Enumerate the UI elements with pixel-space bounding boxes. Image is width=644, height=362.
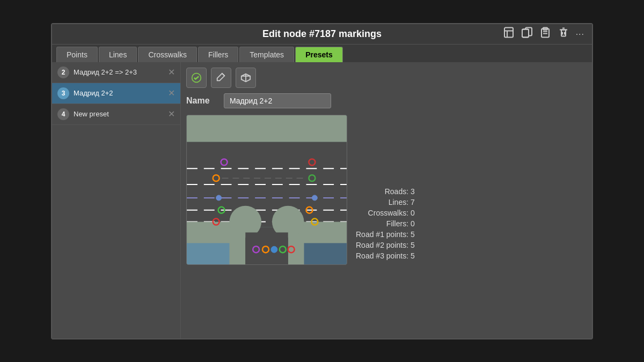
svg-point-49 [271, 246, 277, 253]
svg-rect-33 [245, 232, 288, 264]
trash-icon[interactable] [557, 26, 570, 42]
stat-road3: Road #3 points: 5 [356, 252, 415, 260]
title-icon-group: ··· [502, 26, 586, 42]
main-content: 2 Мадрид 2+2 => 2+3 ✕ 3 Мадрид 2+2 ✕ 4 N… [52, 62, 592, 338]
window-title: Edit node #7187 markings [262, 28, 382, 40]
preset-name-3: Мадрид 2+2 [74, 89, 166, 97]
title-bar: Edit node #7187 markings [52, 24, 592, 45]
preset-name-2: Мадрид 2+2 => 2+3 [74, 68, 166, 76]
bookmark-icon[interactable] [502, 26, 516, 42]
stat-road1: Road #1 points: 5 [356, 230, 415, 239]
svg-rect-0 [504, 28, 513, 38]
action-bar [186, 68, 587, 88]
edit-button[interactable] [211, 68, 231, 88]
tab-lines[interactable]: Lines [99, 47, 137, 62]
confirm-button[interactable] [186, 68, 207, 88]
preview-area: Roads: 3 Lines: 7 Crosswalks: 0 Fillers:… [186, 115, 587, 333]
clipboard-icon[interactable] [538, 26, 552, 42]
stat-lines: Lines: 7 [356, 198, 415, 206]
tab-bar: Points Lines Crosswalks Fillers Template… [52, 45, 592, 62]
stat-fillers: Fillers: 0 [356, 219, 415, 228]
copy-icon[interactable] [520, 26, 534, 42]
tab-presets[interactable]: Presets [295, 47, 343, 62]
road-preview [186, 115, 347, 265]
cube-button[interactable] [236, 68, 256, 88]
name-input[interactable] [224, 93, 331, 108]
stat-crosswalks: Crosswalks: 0 [356, 209, 415, 217]
preset-number-2: 2 [57, 67, 69, 78]
svg-rect-35 [304, 243, 347, 264]
preset-close-3[interactable]: ✕ [168, 88, 175, 98]
tab-points[interactable]: Points [56, 47, 98, 62]
svg-rect-21 [187, 115, 347, 142]
preset-name-4: New preset [74, 110, 166, 118]
preset-close-2[interactable]: ✕ [168, 67, 175, 77]
main-window: Edit node #7187 markings [51, 23, 593, 339]
preset-item-3[interactable]: 3 Мадрид 2+2 ✕ [52, 83, 180, 104]
preset-item-4[interactable]: 4 New preset ✕ [52, 104, 180, 125]
tab-fillers[interactable]: Fillers [198, 47, 238, 62]
name-label: Name [186, 96, 218, 106]
tab-templates[interactable]: Templates [239, 47, 294, 62]
svg-point-41 [216, 195, 222, 200]
stat-roads: Roads: 3 [356, 187, 415, 196]
preset-item-2[interactable]: 2 Мадрид 2+2 => 2+3 ✕ [52, 62, 180, 83]
svg-rect-4 [522, 29, 529, 38]
svg-rect-34 [187, 243, 229, 264]
preset-number-4: 4 [57, 108, 69, 120]
stat-road2: Road #2 points: 5 [356, 241, 415, 249]
svg-line-16 [222, 73, 225, 76]
tab-crosswalks[interactable]: Crosswalks [138, 47, 197, 62]
name-row: Name [186, 93, 587, 108]
detail-panel: Name [181, 62, 592, 338]
more-icon[interactable]: ··· [575, 27, 586, 41]
preset-close-4[interactable]: ✕ [168, 109, 175, 119]
sidebar: 2 Мадрид 2+2 => 2+3 ✕ 3 Мадрид 2+2 ✕ 4 N… [52, 62, 181, 338]
stats-panel: Roads: 3 Lines: 7 Crosswalks: 0 Fillers:… [356, 115, 415, 333]
svg-point-42 [312, 195, 317, 200]
preset-number-3: 3 [57, 87, 69, 99]
